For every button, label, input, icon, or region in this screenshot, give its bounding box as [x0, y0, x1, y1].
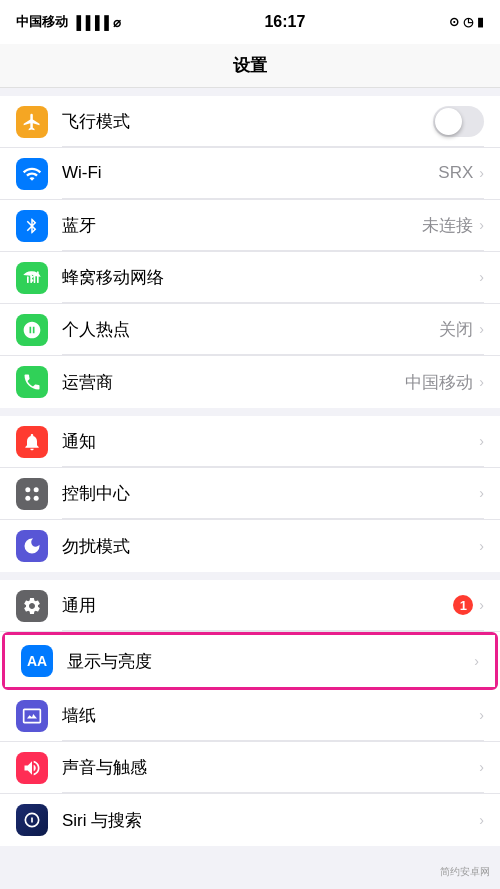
item-siri-content: Siri 与搜索 ›	[62, 794, 484, 846]
location-icon: ⊙	[449, 15, 459, 29]
settings-container: 飞行模式 Wi-Fi SRX ›	[0, 88, 500, 889]
battery-icon: ▮	[477, 15, 484, 29]
item-wifi-content: Wi-Fi SRX ›	[62, 148, 484, 199]
item-donotdisturb-right: ›	[479, 538, 484, 554]
item-carrier-content: 运营商 中国移动 ›	[62, 356, 484, 408]
item-general-content: 通用 1 ›	[62, 580, 484, 631]
item-cellular-label: 蜂窝移动网络	[62, 266, 164, 289]
item-notifications-label: 通知	[62, 430, 96, 453]
item-siri[interactable]: Siri 与搜索 ›	[0, 794, 500, 846]
item-general[interactable]: 通用 1 ›	[0, 580, 500, 632]
carrier-text: 中国移动	[16, 13, 68, 31]
chevron-icon: ›	[474, 653, 479, 669]
item-display[interactable]: AA 显示与亮度 ›	[5, 635, 495, 687]
status-right: ⊙ ◷ ▮	[449, 15, 484, 29]
item-wifi-label: Wi-Fi	[62, 163, 102, 183]
item-notifications[interactable]: 通知 ›	[0, 416, 500, 468]
chevron-icon: ›	[479, 321, 484, 337]
status-time: 16:17	[264, 13, 305, 31]
item-general-right: 1 ›	[453, 595, 484, 615]
item-wallpaper-right: ›	[479, 707, 484, 723]
item-controlcenter[interactable]: 控制中心 ›	[0, 468, 500, 520]
item-donotdisturb-label: 勿扰模式	[62, 535, 130, 558]
nav-bar: 设置	[0, 44, 500, 88]
chevron-icon: ›	[479, 433, 484, 449]
item-sounds[interactable]: 声音与触感 ›	[0, 742, 500, 794]
chevron-icon: ›	[479, 707, 484, 723]
general-badge: 1	[453, 595, 473, 615]
item-cellular-right: ›	[479, 269, 484, 285]
wifi-value: SRX	[438, 163, 473, 183]
item-display-right: ›	[474, 653, 479, 669]
item-siri-label: Siri 与搜索	[62, 809, 142, 832]
item-controlcenter-right: ›	[479, 485, 484, 501]
item-carrier-label: 运营商	[62, 371, 113, 394]
item-wifi[interactable]: Wi-Fi SRX ›	[0, 148, 500, 200]
item-controlcenter-content: 控制中心 ›	[62, 468, 484, 519]
item-siri-right: ›	[479, 812, 484, 828]
cellular-icon	[16, 262, 48, 294]
item-wallpaper-content: 墙纸 ›	[62, 690, 484, 741]
item-hotspot-content: 个人热点 关闭 ›	[62, 304, 484, 355]
item-sounds-content: 声音与触感 ›	[62, 742, 484, 793]
chevron-icon: ›	[479, 165, 484, 181]
item-sounds-label: 声音与触感	[62, 756, 147, 779]
item-carrier[interactable]: 运营商 中国移动 ›	[0, 356, 500, 408]
toggle-knob	[435, 108, 462, 135]
item-wallpaper-label: 墙纸	[62, 704, 96, 727]
highlighted-container: AA 显示与亮度 ›	[2, 632, 498, 690]
item-bluetooth-right: 未连接 ›	[422, 214, 484, 237]
svg-point-8	[34, 495, 39, 500]
airplane-toggle[interactable]	[433, 106, 484, 137]
svg-point-6	[34, 487, 39, 492]
section-connectivity: 飞行模式 Wi-Fi SRX ›	[0, 96, 500, 408]
item-controlcenter-label: 控制中心	[62, 482, 130, 505]
svg-rect-3	[34, 273, 36, 283]
item-notifications-right: ›	[479, 433, 484, 449]
item-airplane[interactable]: 飞行模式	[0, 96, 500, 148]
item-sounds-right: ›	[479, 759, 484, 775]
item-bluetooth-content: 蓝牙 未连接 ›	[62, 200, 484, 251]
hotspot-icon	[16, 314, 48, 346]
chevron-icon: ›	[479, 374, 484, 390]
status-left: 中国移动 ▐▐▐▐ ⌀	[16, 13, 121, 31]
chevron-icon: ›	[479, 812, 484, 828]
item-hotspot[interactable]: 个人热点 关闭 ›	[0, 304, 500, 356]
item-airplane-label: 飞行模式	[62, 110, 130, 133]
item-cellular[interactable]: 蜂窝移动网络 ›	[0, 252, 500, 304]
svg-point-7	[25, 495, 30, 500]
carrier-icon	[16, 366, 48, 398]
display-icon: AA	[21, 645, 53, 677]
svg-rect-1	[27, 276, 29, 283]
svg-rect-2	[30, 274, 32, 282]
alarm-icon: ◷	[463, 15, 473, 29]
svg-point-5	[25, 487, 30, 492]
airplane-icon	[16, 106, 48, 138]
item-bluetooth[interactable]: 蓝牙 未连接 ›	[0, 200, 500, 252]
item-notifications-content: 通知 ›	[62, 416, 484, 467]
item-display-label: 显示与亮度	[67, 650, 152, 673]
status-bar: 中国移动 ▐▐▐▐ ⌀ 16:17 ⊙ ◷ ▮	[0, 0, 500, 44]
item-donotdisturb[interactable]: 勿扰模式 ›	[0, 520, 500, 572]
chevron-icon: ›	[479, 597, 484, 613]
wallpaper-icon	[16, 700, 48, 732]
item-airplane-right	[433, 106, 484, 137]
signal-icon: ▐▐▐▐	[72, 15, 109, 30]
item-hotspot-right: 关闭 ›	[439, 318, 484, 341]
chevron-icon: ›	[479, 217, 484, 233]
item-general-label: 通用	[62, 594, 96, 617]
display-icon-text: AA	[27, 653, 47, 669]
section-system: 通知 › 控制中心 ›	[0, 416, 500, 572]
siri-icon	[16, 804, 48, 836]
item-wallpaper[interactable]: 墙纸 ›	[0, 690, 500, 742]
item-donotdisturb-content: 勿扰模式 ›	[62, 520, 484, 572]
nav-title: 设置	[233, 54, 267, 77]
chevron-icon: ›	[479, 759, 484, 775]
wifi-status-icon: ⌀	[113, 15, 121, 30]
watermark: 简约安卓网	[440, 865, 490, 879]
chevron-icon: ›	[479, 485, 484, 501]
donotdisturb-icon	[16, 530, 48, 562]
item-airplane-content: 飞行模式	[62, 96, 484, 147]
svg-rect-4	[37, 271, 39, 283]
item-display-content: 显示与亮度 ›	[67, 635, 479, 687]
